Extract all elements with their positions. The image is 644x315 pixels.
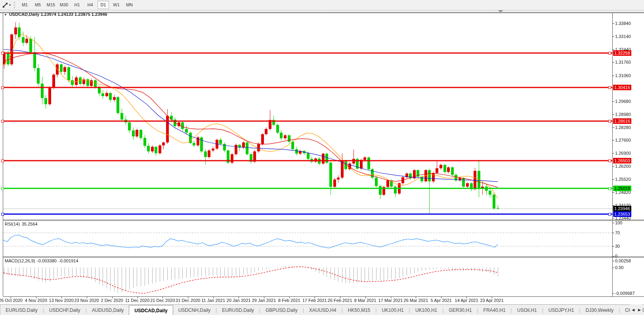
chart-tab-usdcnh-daily[interactable]: USDCNH,Daily (173, 305, 216, 315)
chart-tab-audusd-daily[interactable]: AUDUSD,Daily (87, 305, 129, 315)
date-axis-label: 8 Feb 2021 (278, 298, 300, 303)
hline-price-label: 1.28616 (613, 118, 631, 124)
date-axis-label: 4 Nov 2020 (25, 298, 47, 303)
rsi-axis-label: 30 (615, 244, 620, 249)
date-axis-label: 13 Nov 2020 (49, 298, 74, 303)
date-axis-label: 26 Oct 2020 (0, 298, 23, 303)
date-axis-label: 26 Feb 2021 (328, 298, 352, 303)
date-axis-label: 17 Mar 2021 (378, 298, 403, 303)
price-axis-label: 1.33840 (615, 21, 631, 26)
date-axis-label: 2 Dec 2020 (101, 298, 123, 303)
tab-scroll-right-icon[interactable]: ▶ (638, 308, 641, 312)
price-axis-label: 1.26200 (615, 164, 631, 169)
chart-tab-dj30-weekly[interactable]: DJ30,Weekly (580, 305, 618, 315)
timeframe-button-m1[interactable]: M1 (19, 1, 31, 9)
mt4-terminal: ▾ M1M5M15M30H1H4D1W1MN ▼USDCAD,Daily 1.2… (0, 0, 644, 315)
hline-price-label: 1.30415 (613, 85, 631, 90)
chart-tab-xauusd-h4[interactable]: XAUUSD,H4 (304, 305, 342, 315)
chart-tab-uk100-h1[interactable]: UK100,H1 (376, 305, 409, 315)
macd-signal-value: -0.001914 (59, 258, 78, 263)
rsi-label: RSI(14)35.2564 (5, 222, 40, 226)
date-axis-label: 8 Mar 2021 (354, 298, 376, 303)
rsi-name: RSI(14) (5, 222, 20, 226)
rsi-axis-label: 0 (615, 254, 617, 258)
price-axis-label: 1.31760 (615, 60, 631, 65)
date-axis-label: 31 Dec 2020 (176, 298, 200, 303)
timeframe-button-h4[interactable]: H4 (84, 1, 96, 9)
tab-scroll-left-icon[interactable]: ◀ (632, 308, 634, 312)
date-axis-label: 20 Jan 2021 (227, 298, 251, 303)
timeframe-button-m30[interactable]: M30 (58, 1, 70, 9)
macd-name: MACD(12,26,9) (5, 258, 35, 263)
timeframe-button-m5[interactable]: M5 (32, 1, 44, 9)
chart-tab-usdjpy-h1[interactable]: USDJPY,H1 (543, 305, 579, 315)
chart-tab-bar: EURUSD,Daily|USDCHF,Daily|AUDUSD,DailyUS… (0, 304, 644, 315)
chart-tab-fra40-h1[interactable]: FRA40,H1 (478, 305, 511, 315)
tab-scroll-buttons: ◀ ▶ (630, 304, 642, 315)
hline-price-label: 1.25019 (613, 186, 631, 191)
hline-price-label: 1.23653 (613, 211, 631, 217)
timeframe-button-mn[interactable]: MN (124, 1, 135, 9)
chart-cursor-icon[interactable] (2, 2, 9, 9)
date-axis-label: 11 Dec 2020 (125, 298, 150, 303)
price-axis-label: 1.28280 (615, 125, 631, 130)
date-axis-label: 17 Feb 2021 (302, 298, 327, 303)
hline-price-label: 1.32258 (613, 50, 631, 56)
date-axis-label: 14 Apr 2021 (455, 298, 478, 303)
timeframe-button-d1[interactable]: D1 (97, 1, 109, 9)
toolbar-grip (14, 2, 15, 8)
chart-tab-hk50-m15[interactable]: HK50,M15 (343, 305, 376, 315)
hline-price-label: 1.26503 (613, 158, 631, 163)
macd-value: -0.003380 (37, 258, 57, 263)
macd-axis-label: -0.009687 (615, 291, 635, 296)
date-axis-label: 23 Nov 2020 (74, 298, 99, 303)
price-axis-label: 1.33140 (615, 34, 631, 39)
price-axis-label: 1.31060 (615, 73, 631, 78)
date-axis-label: 23 Apr 2021 (480, 298, 503, 303)
timeframe-button-h1[interactable]: H1 (71, 1, 83, 9)
macd-axis-label: 0.00 (615, 265, 623, 270)
macd-axis-label: 0.00258 (615, 258, 631, 263)
timeframe-toolbar: ▾ M1M5M15M30H1H4D1W1MN (0, 0, 644, 10)
collapse-arrow-icon[interactable]: ▼ (4, 13, 7, 17)
price-axis-label: 1.25520 (615, 177, 631, 182)
timeframe-buttons: M1M5M15M30H1H4D1W1MN (18, 1, 136, 9)
price-axis-label: 1.29680 (615, 99, 631, 104)
current-price-label: 1.23946 (613, 206, 631, 211)
price-axis-label: 1.26900 (615, 151, 631, 156)
chart-tab-uk100-h1[interactable]: UK100,H1 (410, 305, 442, 315)
chart-canvas[interactable] (0, 0, 644, 315)
chart-title: ▼USDCAD,Daily 1.23974 1.24133 1.23875 1.… (4, 12, 107, 17)
rsi-axis-label: 100 (615, 220, 622, 225)
price-axis-label: 1.28980 (615, 112, 631, 117)
timeframe-button-m15[interactable]: M15 (45, 1, 57, 9)
date-axis-label: 26 Mar 2021 (404, 298, 428, 303)
date-axis-label: 11 Jan 2021 (201, 298, 225, 303)
chart-tab-usdchf-daily[interactable]: USDCHF,Daily (44, 305, 86, 315)
chart-tab-usoil-h1[interactable]: USOil,H1 (512, 305, 542, 315)
date-axis-label: 21 Dec 2020 (150, 298, 175, 303)
chart-tab-usdcad-daily[interactable]: USDCAD,Daily (129, 305, 173, 315)
chart-tab-eurusd-daily[interactable]: EURUSD,Daily (217, 305, 259, 315)
chart-tab-gbpusd-daily[interactable]: GBPUSD,Daily (260, 305, 303, 315)
timeframe-button-w1[interactable]: W1 (111, 1, 122, 9)
chart-tab-eurusd-daily[interactable]: EURUSD,Daily (0, 305, 43, 315)
chevron-down-icon[interactable]: ▾ (9, 3, 11, 7)
date-axis-label: 29 Jan 2021 (252, 298, 276, 303)
date-axis-label: 5 Apr 2021 (431, 298, 452, 303)
rsi-value: 35.2564 (22, 222, 38, 226)
chart-tab-ger30-h1[interactable]: GER30,H1 (443, 305, 477, 315)
rsi-axis-label: 70 (615, 230, 620, 235)
price-axis-label: 1.27600 (615, 138, 631, 142)
chart-title-text: USDCAD,Daily 1.23974 1.24133 1.23875 1.2… (9, 12, 107, 17)
macd-label: MACD(12,26,9)-0.003380-0.001914 (5, 258, 80, 263)
